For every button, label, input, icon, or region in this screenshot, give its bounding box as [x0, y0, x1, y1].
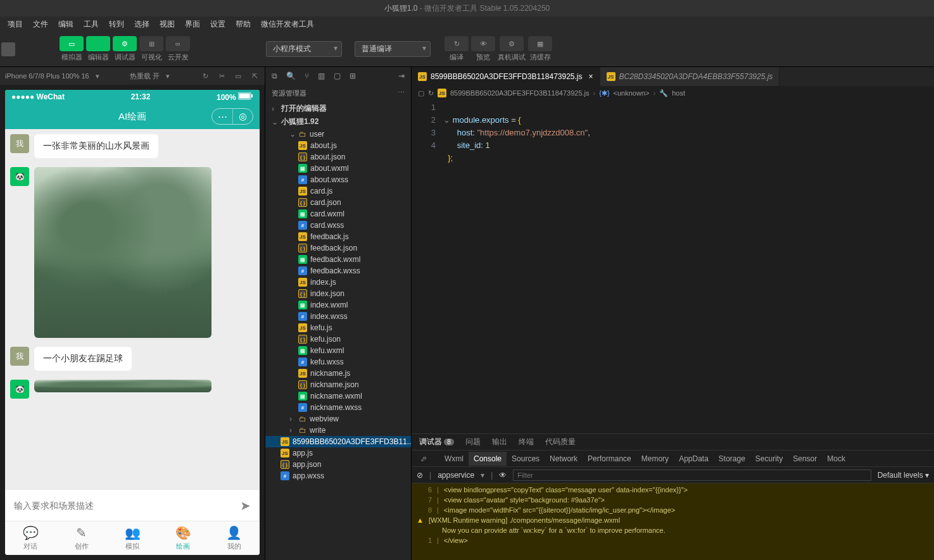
file-tree[interactable]: › 打开的编辑器⌄ 小狐狸1.92⌄🗀 userJS about.js{ } a…: [265, 102, 411, 560]
filter-input[interactable]: [513, 470, 871, 481]
menu-项目[interactable]: 项目: [3, 19, 28, 30]
tree-item[interactable]: ▤ index.wxml: [265, 299, 411, 311]
tree-section[interactable]: › 打开的编辑器: [265, 102, 411, 115]
message-bubble[interactable]: 一张非常美丽的山水风景画: [34, 134, 158, 158]
tree-item[interactable]: ▤ kefu.wxml: [265, 345, 411, 356]
tree-item[interactable]: # index.wxss: [265, 311, 411, 322]
code-editor[interactable]: 1234 ⌄ module.exports = { host: "https:/…: [412, 100, 934, 433]
popout-icon[interactable]: ⇱: [249, 71, 260, 81]
debug-tab-代码质量[interactable]: 代码质量: [545, 437, 576, 447]
tree-item[interactable]: # feedback.wxss: [265, 265, 411, 277]
tree-item[interactable]: ›🗀 webview: [265, 413, 411, 425]
action-清缓存[interactable]: ▦清缓存: [528, 36, 552, 62]
tree-item[interactable]: JS 8599BBB65020A3DFE3FFD3B11...: [265, 436, 411, 447]
clear-icon[interactable]: ⊘: [417, 471, 423, 480]
devtool-tab-Security[interactable]: Security: [750, 452, 788, 466]
sim-device[interactable]: iPhone 6/7/8 Plus 100% 16: [5, 72, 89, 80]
tab-创作[interactable]: ✎创作: [56, 521, 106, 555]
compile-select[interactable]: 普通编译: [355, 41, 431, 57]
tree-item[interactable]: JS about.js: [265, 140, 411, 151]
tree-item[interactable]: { } nickname.json: [265, 379, 411, 390]
panel-icon[interactable]: ▥: [318, 72, 325, 80]
console-output[interactable]: 6| <view bindlongpress="copyText" class=…: [412, 483, 934, 560]
message-image[interactable]: [34, 380, 211, 392]
menu-微信开发者工具[interactable]: 微信开发者工具: [256, 19, 319, 30]
tree-item[interactable]: ▤ card.wxml: [265, 208, 411, 220]
inspect-icon[interactable]: ⬀: [415, 452, 432, 466]
box-icon[interactable]: ▢: [334, 72, 341, 80]
editor-tab[interactable]: JS8599BBB65020A3DFE3FFD3B118473925.js×: [412, 67, 600, 86]
tree-item[interactable]: JS kefu.js: [265, 322, 411, 333]
search-icon[interactable]: 🔍: [286, 72, 296, 80]
menu-视图[interactable]: 视图: [155, 19, 180, 30]
devtool-tab-AppData[interactable]: AppData: [674, 452, 714, 466]
debug-tab-终端[interactable]: 终端: [519, 437, 534, 447]
ext-icon[interactable]: ⊞: [350, 72, 356, 80]
editor-tab[interactable]: JSBC28D3345020A3DFDA4EBB33F5573925.js: [600, 67, 780, 86]
cut-icon[interactable]: ✂: [217, 71, 227, 81]
action-真机调试[interactable]: ⚙真机调试: [498, 36, 526, 62]
mode-select[interactable]: 小程序模式: [266, 41, 342, 57]
tab-绘画[interactable]: 🎨绘画: [158, 521, 208, 555]
tree-item[interactable]: { } kefu.json: [265, 333, 411, 345]
tree-item[interactable]: JS feedback.js: [265, 231, 411, 242]
action-编译[interactable]: ↻编译: [445, 36, 469, 62]
tree-item[interactable]: ▤ about.wxml: [265, 163, 411, 174]
tree-item[interactable]: # kefu.wxss: [265, 356, 411, 368]
files-icon[interactable]: ⧉: [272, 72, 277, 80]
send-icon[interactable]: ➤: [240, 498, 251, 513]
toolbar-可视化[interactable]: ⊞可视化: [139, 36, 163, 62]
devtool-tab-Storage[interactable]: Storage: [714, 452, 750, 466]
menu-编辑[interactable]: 编辑: [53, 19, 79, 30]
refresh-icon[interactable]: ↻: [200, 71, 210, 81]
menu-dots-icon[interactable]: ⋯: [212, 109, 232, 124]
tree-item[interactable]: # about.wxss: [265, 174, 411, 185]
debug-tab-调试器[interactable]: 调试器 8: [419, 437, 454, 447]
tab-我的[interactable]: 👤我的: [209, 521, 260, 555]
menu-选择[interactable]: 选择: [129, 19, 155, 30]
devtool-tab-Performance[interactable]: Performance: [583, 452, 636, 466]
tree-item[interactable]: ⌄🗀 user: [265, 128, 411, 140]
tree-item[interactable]: { } card.json: [265, 197, 411, 208]
tree-item[interactable]: { } about.json: [265, 151, 411, 163]
tree-item[interactable]: { } app.json: [265, 459, 411, 470]
hot-reload[interactable]: 热重载 开: [130, 72, 160, 81]
device-icon[interactable]: ▭: [233, 71, 243, 81]
phone-body[interactable]: 我一张非常美丽的山水风景画🐼我一个小朋友在踢足球🐼: [5, 129, 260, 489]
toolbar-云开发[interactable]: ∞云开发: [166, 36, 190, 62]
devtool-tab-Console[interactable]: Console: [469, 452, 507, 466]
history-icon[interactable]: ↻: [428, 89, 434, 97]
more-icon[interactable]: ⋯: [398, 89, 405, 98]
target-icon[interactable]: ◎: [232, 109, 253, 124]
tree-item[interactable]: # nickname.wxss: [265, 402, 411, 413]
toolbar-编辑器[interactable]: 编辑器: [86, 36, 110, 62]
debug-tab-输出[interactable]: 输出: [492, 437, 507, 447]
tree-item[interactable]: JS index.js: [265, 277, 411, 288]
tree-item[interactable]: { } index.json: [265, 288, 411, 299]
menu-帮助[interactable]: 帮助: [230, 19, 256, 30]
breadcrumb[interactable]: ▢ ↻ JS 8599BBB65020A3DFE3FFD3B118473925.…: [412, 86, 934, 100]
devtool-tab-Sources[interactable]: Sources: [507, 452, 545, 466]
menu-设置[interactable]: 设置: [205, 19, 230, 30]
tree-item[interactable]: JS app.js: [265, 447, 411, 459]
menu-文件[interactable]: 文件: [28, 19, 53, 30]
toolbar-调试器[interactable]: ⚙调试器: [113, 36, 137, 62]
tree-item[interactable]: ›🗀 write: [265, 425, 411, 436]
devtool-tab-Sensor[interactable]: Sensor: [788, 452, 822, 466]
bookmark-icon[interactable]: ▢: [418, 89, 424, 97]
debug-tab-问题[interactable]: 问题: [465, 437, 481, 447]
context-select[interactable]: appservice: [438, 471, 474, 480]
menu-转到[interactable]: 转到: [104, 19, 129, 30]
message-image[interactable]: [34, 167, 211, 338]
branch-icon[interactable]: ⑂: [305, 72, 309, 80]
tree-item[interactable]: # card.wxss: [265, 220, 411, 231]
chat-input[interactable]: [14, 501, 234, 511]
tree-item[interactable]: # app.wxss: [265, 470, 411, 482]
tree-item[interactable]: ▤ feedback.wxml: [265, 254, 411, 265]
message-bubble[interactable]: 一个小朋友在踢足球: [34, 347, 132, 371]
devtool-tab-Memory[interactable]: Memory: [636, 452, 674, 466]
menu-界面[interactable]: 界面: [180, 19, 205, 30]
close-icon[interactable]: ×: [589, 72, 593, 81]
tab-对话[interactable]: 💬对话: [5, 521, 56, 555]
tree-item[interactable]: { } feedback.json: [265, 242, 411, 254]
